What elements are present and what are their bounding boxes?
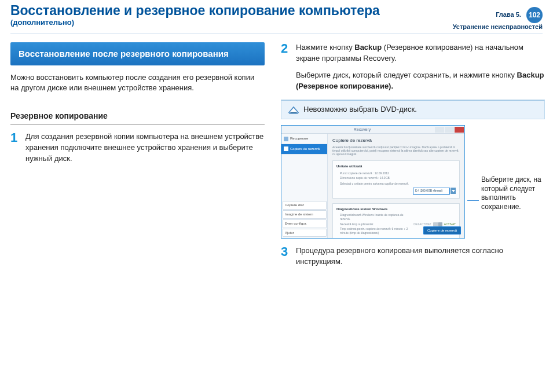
window-main: Copiere de rezervă Această funcționalita… [328,134,464,238]
window-titlebar: Recovery [281,126,464,134]
panel2-line3: Timp estimat pentru copiere de rezervă: … [340,227,413,236]
left-column: Восстановление после резервного копирова… [10,42,265,268]
maximize-button[interactable] [445,127,454,133]
minimize-button[interactable] [435,127,444,133]
note-dvd: Невозможно выбрать DVD-диск. [281,100,545,119]
chapter-line2: Устранение неисправностей [453,23,543,30]
page-number-badge: 102 [526,7,543,23]
chapter-line1: Глава 5. [496,11,521,18]
chapter-block: Глава 5. 102 Устранение неисправностей [453,3,543,30]
panel2-line1: Diagnostichează Windows înainte de copie… [340,213,413,222]
close-button[interactable] [455,127,464,133]
step2-bold1: Backup [354,43,382,52]
panel1-line2: Dimensiune copie de rezervă : 14.0GB [340,176,456,180]
note-icon [287,105,300,115]
backup-icon [284,146,288,151]
disk-selector[interactable]: D:\ (200.0GB rămași) [413,188,456,194]
recovery-window: Recovery Recuperare Copiere de rezervă C… [281,125,465,239]
step-number-1: 1 [10,131,25,164]
step-1-text: Для создания резервной копии компьютера … [25,131,265,164]
disk-dropdown-button[interactable] [451,188,456,194]
subheading-backup: Резервное копирование [10,110,265,124]
step2b-pre: Выберите диск, который следует сохранить… [296,71,517,79]
note-text: Невозможно выбрать DVD-диск. [303,104,417,115]
main-desc: Această funcționalitate stochează conțin… [332,145,460,156]
window-body: Recuperare Copiere de rezervă Copiere di… [281,134,464,238]
step-3-text: Процедура резервного копирования выполня… [296,246,545,268]
page-title: Восстановление и резервное копирование к… [10,3,453,18]
page-header: Восстановление и резервное копирование к… [0,0,553,32]
title-block: Восстановление и резервное копирование к… [10,3,453,27]
section-heading-band: Восстановление после резервного копирова… [10,42,265,65]
window-title: Recovery [290,127,435,133]
sidebar-item-backup[interactable]: Copiere de rezervă [281,144,327,155]
step-number-2: 2 [281,42,296,91]
window-sidebar: Recuperare Copiere de rezervă Copiere di… [281,134,328,238]
recovery-icon [284,137,288,141]
chevron-down-icon [452,190,455,192]
panel2-line2: Necesită timp suplimentar. [340,222,413,226]
step-1: 1 Для создания резервной копии компьютер… [10,131,265,164]
panel-drive: Unitate utilizată Punct copiere de rezer… [332,160,460,199]
sidebar-system-image[interactable]: Imagine de sistem [283,210,327,219]
sidebar-item-recovery[interactable]: Recuperare [281,134,327,144]
step-2: 2 Нажмите кнопку Backup (Резервное копир… [281,42,545,91]
step-3: 3 Процедура резервного копирования выпол… [281,246,545,268]
step2-pre: Нажмите кнопку [296,43,354,52]
sidebar-help[interactable]: Ajutor [283,229,327,237]
step-2-text: Нажмите кнопку Backup (Резервное копиров… [296,42,545,91]
page-subtitle: (дополнительно) [10,18,453,27]
step-number-3: 3 [281,246,296,268]
panel1-line1: Punct copiere de rezervă : 12.09.2012 [340,171,456,175]
sidebar-copy-disc[interactable]: Copiere disc [283,201,327,210]
disk-field[interactable]: D:\ (200.0GB rămași) [413,188,450,194]
main-title: Copiere de rezervă [332,137,460,144]
sidebar-export-config[interactable]: Even configur. [283,219,327,228]
callout-text: Выберите диск, на который следует выполн… [481,175,545,211]
sidebar-bottom-group: Copiere disc Imagine de sistem Even conf… [283,200,327,237]
panel-diag-title: Diagnosticare sistem Windows [336,207,456,212]
content-columns: Восстановление после резервного копирова… [0,34,553,268]
panel1-line3: Selectați o unitate pentru salvarea copi… [340,182,456,186]
svg-rect-0 [291,112,297,113]
panel-drive-title: Unitate utilizată [336,164,456,169]
callout-connector [467,200,479,201]
right-column: 2 Нажмите кнопку Backup (Резервное копир… [281,42,545,268]
intro-paragraph: Можно восстановить компьютер после созда… [10,72,265,94]
backup-button[interactable]: Copiere de rezervă [423,226,461,235]
screenshot-with-callout: Recovery Recuperare Copiere de rezervă C… [281,125,545,239]
